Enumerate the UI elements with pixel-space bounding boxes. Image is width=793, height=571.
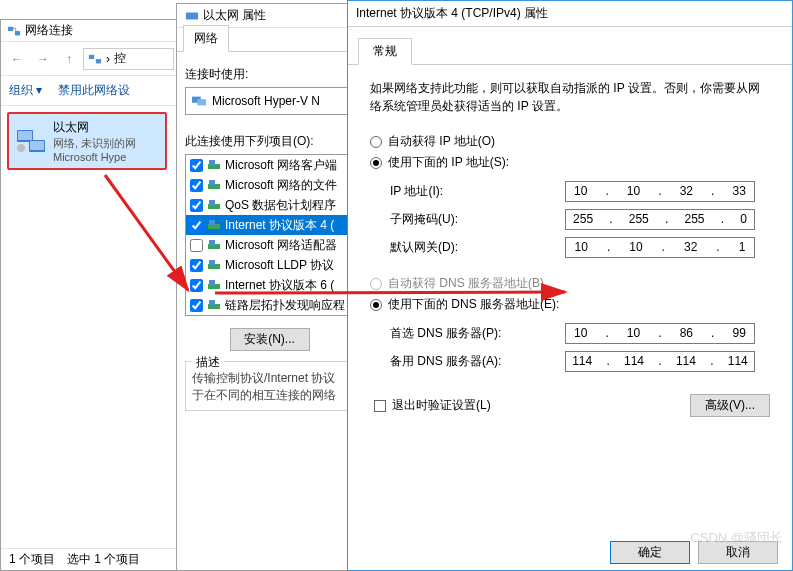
alternate-dns-input[interactable]: 114.114.114.114 [565, 351, 755, 372]
ethernet-adapter-icon [15, 128, 47, 154]
svg-point-8 [17, 144, 25, 152]
item-checkbox[interactable] [190, 199, 203, 212]
svg-rect-15 [209, 180, 215, 185]
description-group: 描述 传输控制协议/Internet 协议于在不同的相互连接的网络 [185, 361, 354, 411]
ethprop-title: 以太网 属性 [203, 7, 266, 24]
svg-rect-17 [209, 200, 215, 205]
adapter-name: Microsoft Hyper-V N [212, 94, 320, 108]
ethprop-tabs: 网络 [177, 28, 362, 52]
svg-rect-9 [186, 12, 198, 19]
list-item[interactable]: 链路层拓扑发现响应程 [186, 295, 349, 315]
disable-device-button[interactable]: 禁用此网络设 [50, 82, 138, 99]
tab-general[interactable]: 常规 [358, 38, 412, 65]
address-text: 控 [114, 50, 126, 67]
radio-use-ip[interactable]: 使用下面的 IP 地址(S): [370, 154, 770, 171]
list-item[interactable]: Microsoft 网络的文件 [186, 175, 349, 195]
status-selected-count: 选中 1 个项目 [67, 551, 140, 568]
list-item[interactable]: Internet 协议版本 6 ( [186, 275, 349, 295]
adapter-box[interactable]: Microsoft Hyper-V N [185, 87, 354, 115]
item-checkbox[interactable] [190, 219, 203, 232]
list-item[interactable]: Microsoft 网络适配器 [186, 235, 349, 255]
item-checkbox[interactable] [190, 179, 203, 192]
svg-rect-21 [209, 240, 215, 245]
item-label: Microsoft LLDP 协议 [225, 257, 334, 274]
ip-address-input[interactable]: 10.10.32.33 [565, 181, 755, 202]
nav-forward-button: → [31, 47, 55, 71]
protocol-icon [207, 298, 221, 312]
default-gateway-label: 默认网关(D): [390, 239, 565, 256]
svg-rect-0 [8, 26, 13, 30]
item-checkbox[interactable] [190, 239, 203, 252]
item-checkbox[interactable] [190, 159, 203, 172]
address-bar[interactable]: › 控 [83, 48, 174, 70]
list-item[interactable]: Microsoft 网络客户端 [186, 155, 349, 175]
connection-items-listbox[interactable]: Microsoft 网络客户端Microsoft 网络的文件QoS 数据包计划程… [185, 154, 354, 316]
svg-rect-11 [197, 99, 206, 105]
item-checkbox[interactable] [190, 259, 203, 272]
ethernet-icon [185, 9, 199, 23]
netconn-titlebar[interactable]: 网络连接 [1, 20, 178, 42]
ipv4-title: Internet 协议版本 4 (TCP/IPv4) 属性 [356, 5, 548, 22]
default-gateway-input[interactable]: 10.10.32.1 [565, 237, 755, 258]
protocol-icon [207, 238, 221, 252]
network-icon [88, 52, 102, 66]
list-item[interactable]: Internet 协议版本 4 ( [186, 215, 349, 235]
connection-status: 网络, 未识别的网 [53, 136, 136, 151]
svg-rect-5 [18, 131, 32, 140]
svg-rect-7 [30, 141, 44, 150]
address-chevron: › [106, 52, 110, 66]
description-label: 描述 [192, 354, 224, 371]
network-connections-window: 网络连接 ← → ↑ › 控 组织 ▾ 禁用此网络设 以太网 网络, 未识别的网… [0, 19, 179, 571]
item-label: QoS 数据包计划程序 [225, 197, 336, 214]
ethernet-properties-window: 以太网 属性 网络 连接时使用: Microsoft Hyper-V N 此连接… [176, 3, 363, 571]
ethprop-body: 连接时使用: Microsoft Hyper-V N 此连接使用下列项目(O):… [177, 52, 362, 419]
nav-up-button[interactable]: ↑ [57, 47, 81, 71]
radio-use-dns[interactable]: 使用下面的 DNS 服务器地址(E): [370, 296, 770, 313]
protocol-icon [207, 278, 221, 292]
item-label: 链路层拓扑发现响应程 [225, 297, 345, 314]
radio-icon [370, 136, 382, 148]
connections-list: 以太网 网络, 未识别的网 Microsoft Hype [1, 106, 178, 176]
ip-address-label: IP 地址(I): [390, 183, 565, 200]
item-label: Microsoft 网络的文件 [225, 177, 337, 194]
watermark: CSDN @骚団长 [690, 529, 783, 547]
svg-rect-13 [209, 160, 215, 165]
ipv4-help-text: 如果网络支持此功能，则可以获取自动指派的 IP 设置。否则，你需要从网络系统管理… [370, 79, 770, 115]
item-checkbox[interactable] [190, 279, 203, 292]
list-item[interactable]: QoS 数据包计划程序 [186, 195, 349, 215]
protocol-icon [207, 178, 221, 192]
item-checkbox[interactable] [190, 299, 203, 312]
ipv4-tabs: 常规 [348, 41, 792, 65]
svg-rect-3 [96, 59, 101, 63]
install-button[interactable]: 安装(N)... [230, 328, 310, 351]
svg-rect-2 [89, 54, 94, 58]
tab-network[interactable]: 网络 [183, 25, 229, 52]
item-label: Microsoft 网络适配器 [225, 237, 337, 254]
preferred-dns-input[interactable]: 10.10.86.99 [565, 323, 755, 344]
subnet-mask-label: 子网掩码(U): [390, 211, 565, 228]
protocol-icon [207, 198, 221, 212]
network-icon [7, 24, 21, 38]
protocol-icon [207, 218, 221, 232]
validate-on-exit-checkbox[interactable]: 退出时验证设置(L) [374, 397, 491, 414]
description-text: 传输控制协议/Internet 协议于在不同的相互连接的网络 [192, 370, 347, 404]
preferred-dns-label: 首选 DNS 服务器(P): [390, 325, 565, 342]
organize-menu[interactable]: 组织 ▾ [1, 82, 50, 99]
radio-icon [370, 157, 382, 169]
connection-item-ethernet[interactable]: 以太网 网络, 未识别的网 Microsoft Hype [7, 112, 167, 170]
list-item[interactable]: Microsoft LLDP 协议 [186, 255, 349, 275]
connect-using-label: 连接时使用: [185, 66, 354, 83]
netconn-navbar: ← → ↑ › 控 [1, 42, 178, 76]
protocol-icon [207, 258, 221, 272]
ipv4-titlebar[interactable]: Internet 协议版本 4 (TCP/IPv4) 属性 [348, 1, 792, 27]
radio-auto-dns-label: 自动获得 DNS 服务器地址(B) [388, 275, 544, 292]
advanced-button[interactable]: 高级(V)... [690, 394, 770, 417]
radio-auto-ip-label: 自动获得 IP 地址(O) [388, 133, 495, 150]
ok-button[interactable]: 确定 [610, 541, 690, 564]
svg-rect-23 [209, 260, 215, 265]
nav-back-button[interactable]: ← [5, 47, 29, 71]
subnet-mask-input[interactable]: 255.255.255.0 [565, 209, 755, 230]
radio-auto-ip[interactable]: 自动获得 IP 地址(O) [370, 133, 770, 150]
adapter-icon [192, 94, 206, 108]
item-label: Internet 协议版本 4 ( [225, 217, 334, 234]
